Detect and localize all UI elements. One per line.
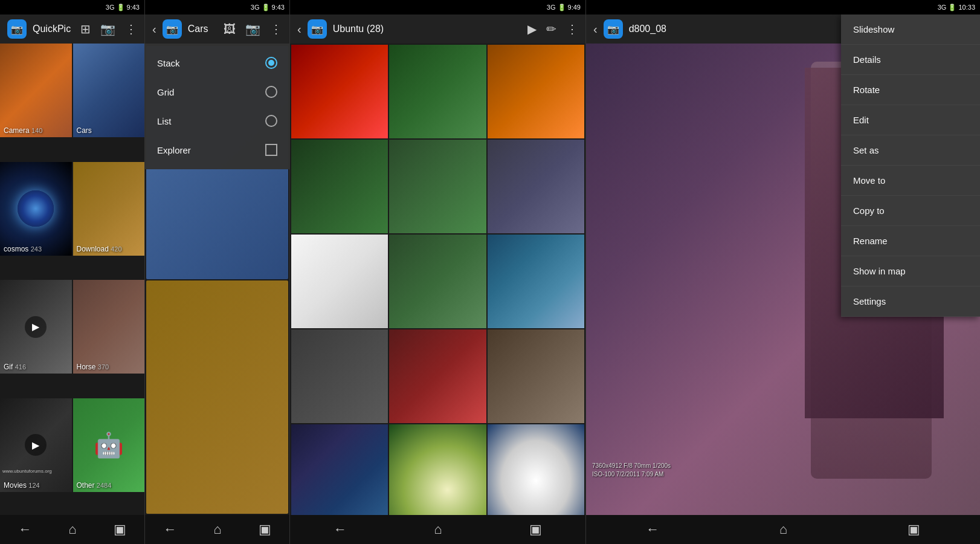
status-bar-3: 3G 🔋 9:49 bbox=[290, 0, 585, 15]
view-option-explorer[interactable]: Explorer bbox=[145, 135, 289, 164]
menu-set-as[interactable]: Set as bbox=[841, 135, 980, 166]
bottom-nav-4: ← ⌂ ▣ bbox=[586, 515, 980, 544]
photo-item-12[interactable] bbox=[488, 329, 584, 423]
panel-quickpic: 3G 🔋 9:43 📷 QuickPic ⊞ 📷 ⋮ Camera 140 Ca… bbox=[0, 0, 145, 544]
folder-count-cosmos: 243 bbox=[31, 245, 42, 253]
view-stack-radio[interactable] bbox=[265, 57, 277, 69]
folder-horse[interactable]: Horse 370 bbox=[73, 280, 145, 374]
overflow-icon-3[interactable]: ⋮ bbox=[566, 22, 578, 36]
appbar-actions-2: 🖼 📷 ⋮ bbox=[224, 22, 282, 36]
back-icon-4[interactable]: ‹ bbox=[593, 22, 598, 36]
camera-icon-2[interactable]: 📷 bbox=[245, 22, 260, 36]
photo-item-13[interactable] bbox=[291, 424, 388, 515]
photo-item-5[interactable] bbox=[389, 140, 486, 233]
folder-count-gif: 416 bbox=[15, 363, 26, 371]
home-button-2[interactable]: ⌂ bbox=[201, 517, 233, 542]
photo-item-7[interactable] bbox=[291, 235, 388, 328]
recents-button-4[interactable]: ▣ bbox=[895, 517, 932, 542]
photo-item-2[interactable] bbox=[389, 45, 486, 138]
exif-line2: ISO-100 7/2/2011 7:09 AM bbox=[592, 470, 671, 479]
menu-move-to[interactable]: Move to bbox=[841, 166, 980, 196]
folder-camera[interactable]: Camera 140 bbox=[0, 44, 72, 137]
back-button-1[interactable]: ← bbox=[6, 517, 44, 542]
photo-item-11[interactable] bbox=[389, 329, 486, 423]
recents-button-1[interactable]: ▣ bbox=[102, 517, 138, 542]
menu-settings[interactable]: Settings bbox=[841, 287, 980, 317]
exif-line1: 7360x4912 F/8 70mm 1/200s bbox=[592, 462, 671, 470]
photo-item-14[interactable] bbox=[389, 424, 486, 515]
edit-icon-3[interactable]: ✏ bbox=[546, 22, 556, 36]
photo-item-1[interactable] bbox=[291, 45, 388, 138]
overflow-icon-2[interactable]: ⋮ bbox=[270, 22, 282, 36]
view-explorer-checkbox[interactable] bbox=[265, 144, 277, 156]
photo-item-6[interactable] bbox=[488, 140, 584, 233]
folder-count-other: 2484 bbox=[97, 482, 111, 489]
back-icon-2[interactable]: ‹ bbox=[152, 22, 156, 36]
view-grid-label: Grid bbox=[157, 87, 256, 97]
folder-movies[interactable]: ▶ www.ubuntuforums.org Movies 124 bbox=[0, 398, 72, 492]
folder-name-other: Other bbox=[77, 481, 95, 490]
view-option-grid[interactable]: Grid bbox=[145, 77, 289, 106]
folder-cars[interactable]: Cars bbox=[73, 44, 145, 137]
home-button-4[interactable]: ⌂ bbox=[767, 517, 799, 542]
appbar-3: ‹ 📷 Ubuntu (28) ▶ ✏ ⋮ bbox=[290, 15, 585, 44]
menu-rotate[interactable]: Rotate bbox=[841, 75, 980, 105]
view-explorer-label: Explorer bbox=[157, 145, 256, 155]
home-button-1[interactable]: ⌂ bbox=[56, 517, 88, 542]
overflow-icon-1[interactable]: ⋮ bbox=[125, 22, 137, 36]
bottom-nav-1: ← ⌂ ▣ bbox=[0, 515, 144, 544]
folder-name-horse: Horse bbox=[77, 363, 96, 371]
play-slideshow-icon[interactable]: ▶ bbox=[527, 22, 537, 36]
grid-icon[interactable]: ⊞ bbox=[80, 22, 91, 36]
menu-slideshow[interactable]: Slideshow bbox=[841, 15, 980, 45]
folder-gif[interactable]: ▶ Gif 416 bbox=[0, 280, 72, 374]
back-button-4[interactable]: ← bbox=[634, 517, 671, 542]
recents-button-2[interactable]: ▣ bbox=[247, 517, 283, 542]
photo-item-3[interactable] bbox=[488, 45, 584, 138]
appbar-2: ‹ 📷 Cars 🖼 📷 ⋮ bbox=[145, 15, 289, 44]
menu-show-in-map[interactable]: Show in map bbox=[841, 256, 980, 287]
folder-grid: Camera 140 Cars cosmos 243 Download 420 bbox=[0, 44, 144, 515]
folder-title-3: Ubuntu (28) bbox=[333, 24, 521, 34]
view-option-list[interactable]: List bbox=[145, 106, 289, 135]
recents-button-3[interactable]: ▣ bbox=[517, 517, 554, 542]
view-grid-radio[interactable] bbox=[265, 86, 277, 98]
time-4: 10:33 bbox=[958, 4, 975, 11]
view-stack-label: Stack bbox=[157, 58, 256, 68]
folder-count-camera: 140 bbox=[31, 127, 42, 134]
view-option-stack[interactable]: Stack bbox=[145, 48, 289, 77]
photo-item-15[interactable] bbox=[488, 424, 584, 515]
time-3: 9:49 bbox=[568, 4, 581, 11]
folder-name-movies: Movies bbox=[4, 481, 27, 490]
back-button-3[interactable]: ← bbox=[321, 517, 359, 542]
folder-cosmos[interactable]: cosmos 243 bbox=[0, 162, 72, 256]
signal-1: 3G bbox=[106, 4, 115, 11]
photo-item-9[interactable] bbox=[488, 235, 584, 328]
battery-icon-3: 🔋 bbox=[558, 4, 566, 11]
back-icon-3[interactable]: ‹ bbox=[297, 22, 301, 36]
context-menu: Slideshow Details Rotate Edit Set as Mov… bbox=[841, 15, 980, 317]
panel-view-options: 3G 🔋 9:43 ‹ 📷 Cars 🖼 📷 ⋮ Stack Grid List bbox=[145, 0, 290, 544]
home-button-3[interactable]: ⌂ bbox=[422, 517, 454, 542]
camera-icon[interactable]: 📷 bbox=[100, 22, 115, 36]
signal-2: 3G bbox=[251, 4, 260, 11]
folder-download[interactable]: Download 420 bbox=[73, 162, 145, 256]
photo-item-4[interactable] bbox=[291, 140, 388, 233]
menu-copy-to[interactable]: Copy to bbox=[841, 196, 980, 226]
appbar-1: 📷 QuickPic ⊞ 📷 ⋮ bbox=[0, 15, 144, 44]
folder-count-download: 420 bbox=[111, 245, 121, 253]
menu-edit[interactable]: Edit bbox=[841, 105, 980, 135]
signal-3: 3G bbox=[547, 4, 556, 11]
photo-item-8[interactable] bbox=[389, 235, 486, 328]
menu-details[interactable]: Details bbox=[841, 45, 980, 75]
back-button-2[interactable]: ← bbox=[151, 517, 189, 542]
photo-item-10[interactable] bbox=[291, 329, 388, 423]
menu-rename[interactable]: Rename bbox=[841, 226, 980, 256]
battery-icon-2: 🔋 bbox=[262, 4, 270, 11]
time-2: 9:43 bbox=[272, 4, 285, 11]
folder-name-cars: Cars bbox=[77, 126, 92, 135]
view-list-radio[interactable] bbox=[265, 115, 277, 127]
status-bar-1: 3G 🔋 9:43 bbox=[0, 0, 144, 15]
folder-other[interactable]: 🤖 Other 2484 bbox=[73, 398, 145, 492]
image-icon-2[interactable]: 🖼 bbox=[224, 22, 236, 36]
